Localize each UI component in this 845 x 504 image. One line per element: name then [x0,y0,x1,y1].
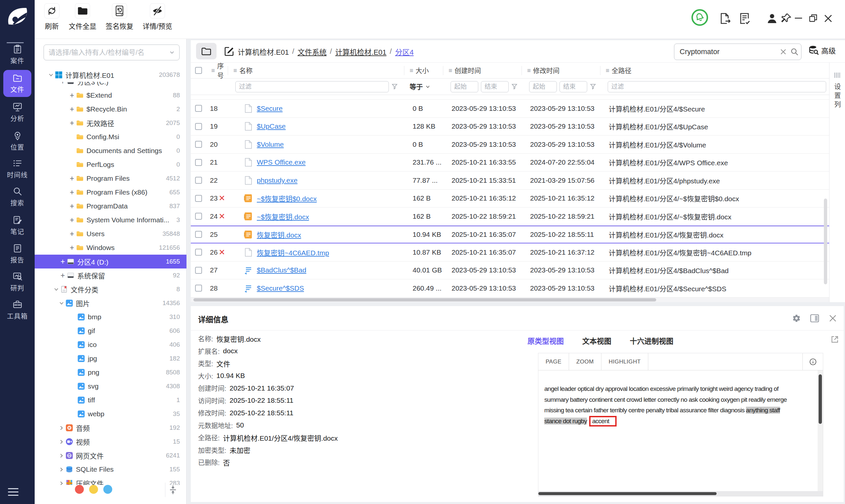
file-link[interactable]: ~$恢复密钥.docx [257,212,309,221]
table-row[interactable]: 27$BadClus^$Bad40.01 GB2023-05-29 13:10:… [191,262,829,280]
row-checkbox[interactable] [195,123,202,130]
signature-recovery-button[interactable]: 签名恢复 [104,3,135,31]
column-menu-icon[interactable]: ≡ [606,67,609,74]
red-dot[interactable] [75,485,84,494]
breadcrumb-segment[interactable]: 计算机检材.E01 [335,46,387,57]
user-icon[interactable] [766,13,778,24]
report-doc-icon[interactable] [738,12,751,25]
minimize-button[interactable] [794,17,803,19]
row-checkbox[interactable] [195,159,202,166]
row-checkbox[interactable] [195,249,202,256]
collapse-tree-icon[interactable] [165,483,180,497]
expander-icon[interactable]: + [58,272,67,280]
viewer-horizontal-scrollbar[interactable] [538,491,823,496]
table-row[interactable]: 18$Secure0 B2023-05-29 13:10:532023-05-2… [191,100,829,118]
vertical-scrollbar[interactable] [824,199,828,298]
file-link[interactable]: WPS Office.exe [257,158,306,166]
file-link[interactable]: $Secure [257,105,283,112]
hamburger-menu-icon[interactable] [8,488,18,498]
expander-icon[interactable]: + [58,82,67,86]
viewer-button-highlight[interactable]: HIGHLIGHT [601,353,648,370]
table-row[interactable]: 26✕恢复密钥~4C6AED.tmp10.87 KB2025-10-21 16:… [191,244,829,262]
tree-item[interactable]: SQLite Files155 [35,463,187,476]
tree-item[interactable]: +系统保留92 [35,269,187,282]
tree-item[interactable]: Config.Msi0 [35,130,187,144]
column-menu-icon[interactable]: ≡ [527,67,531,74]
restore-button[interactable] [808,13,818,23]
created-start-input[interactable] [451,81,478,92]
tree-item[interactable]: +$Extend88 [35,88,187,102]
column-header[interactable]: ≡全路径 [600,66,829,75]
blue-dot[interactable] [103,485,112,494]
info-icon[interactable] [803,353,823,370]
breadcrumb-segment[interactable]: 分区4 [395,46,413,57]
expander-icon[interactable]: + [68,216,76,224]
tree-item[interactable]: 网页文件6241 [35,449,187,463]
modified-end-input[interactable] [560,81,587,92]
funnel-icon[interactable] [590,84,596,90]
sidebar-item-report[interactable]: 报告 [0,240,35,268]
file-link[interactable]: 恢复密钥~4C6AED.tmp [257,247,329,257]
row-checkbox[interactable] [195,285,202,292]
row-checkbox[interactable] [195,231,202,238]
expander-icon[interactable]: + [68,120,76,127]
sidebar-item-location[interactable]: 位置 [0,128,35,155]
file-link[interactable]: $Volume [257,141,284,148]
show-all-files-button[interactable]: 文件全显 [67,3,98,31]
table-row[interactable]: 24✕~$恢复密钥.docx162 B2025-10-22 18:59:2120… [191,208,829,226]
file-link[interactable]: phpstudy.exe [257,177,297,184]
search-input[interactable] [674,48,780,56]
tree-item[interactable]: 音频192 [35,421,187,435]
tree-item[interactable]: 压缩文件283 [35,476,187,485]
expander-icon[interactable]: + [68,202,76,210]
tree-item[interactable]: gif606 [35,324,187,338]
grip-icon[interactable] [834,73,840,78]
file-link[interactable]: $BadClus^$Bad [257,266,306,274]
expander-icon[interactable] [52,287,60,292]
sidebar-item-files[interactable]: 文件 [0,70,35,97]
clear-search-icon[interactable] [780,49,787,55]
row-checkbox[interactable] [195,195,202,202]
tree-item[interactable]: +ProgramData837 [35,199,187,213]
table-row[interactable]: 25恢复密钥.docx10.94 KB2025-10-21 16:35:0720… [191,226,829,244]
expander-icon[interactable]: + [68,175,76,182]
row-checkbox[interactable] [195,177,202,184]
expander-icon[interactable] [47,73,55,77]
tree-item[interactable]: +无效路径2075 [35,116,187,130]
tree-item[interactable]: svg4308 [35,379,187,393]
expander-icon[interactable]: + [68,244,76,252]
close-button[interactable] [824,14,833,23]
column-header[interactable]: ≡大小 [404,66,443,75]
name-filter-input[interactable] [235,81,389,92]
table-row[interactable]: 23✕~$恢复密钥$0.docx162 B2025-10-21 16:35:12… [191,190,829,208]
sidebar-item-analysis[interactable]: 分析 [0,99,35,126]
table-row[interactable]: 21WPS Office.exe231.76 ...2025-10-21 16:… [191,154,829,172]
column-menu-icon[interactable]: ≡ [448,67,452,74]
detail-preview-button[interactable]: 详情/预览 [141,3,174,31]
advanced-search-button[interactable]: 高级 [809,45,836,55]
sidebar-item-judge[interactable]: 研判 [0,269,35,295]
tree-item[interactable]: +Windows121656 [35,241,187,255]
tree-item[interactable]: 图片14356 [35,296,187,310]
scrollbar-thumb[interactable] [818,374,822,424]
expander-icon[interactable] [57,481,66,485]
expander-icon[interactable] [57,426,66,430]
tree-item[interactable]: ico406 [35,338,187,352]
table-row[interactable]: 28$Secure^$SDS260.49 ...2023-05-29 13:10… [191,280,829,298]
horizontal-scrollbar[interactable] [191,298,829,302]
tab-十六进制视图[interactable]: 十六进制视图 [630,335,673,346]
row-checkbox[interactable] [195,141,202,148]
table-row[interactable]: 20$Volume0 B2023-05-29 13:10:532023-05-2… [191,136,829,154]
sidebar-item-timeline[interactable]: 时间线 [0,155,35,182]
row-checkbox[interactable] [195,105,202,112]
tree-item[interactable]: +System Volume Informati...3 [35,213,187,227]
row-checkbox[interactable] [195,213,202,220]
tree-item[interactable]: Documents and Settings0 [35,144,187,158]
tree-item[interactable]: png8508 [35,365,187,379]
split-panel-icon[interactable] [810,314,819,323]
file-link[interactable]: 恢复密钥.docx [257,230,301,239]
tree-item[interactable]: PerfLogs0 [35,158,187,172]
refresh-button[interactable]: 刷新 [43,3,61,31]
scrollbar-thumb[interactable] [538,492,717,495]
breadcrumb-segment[interactable]: 文件系统 [297,46,327,57]
